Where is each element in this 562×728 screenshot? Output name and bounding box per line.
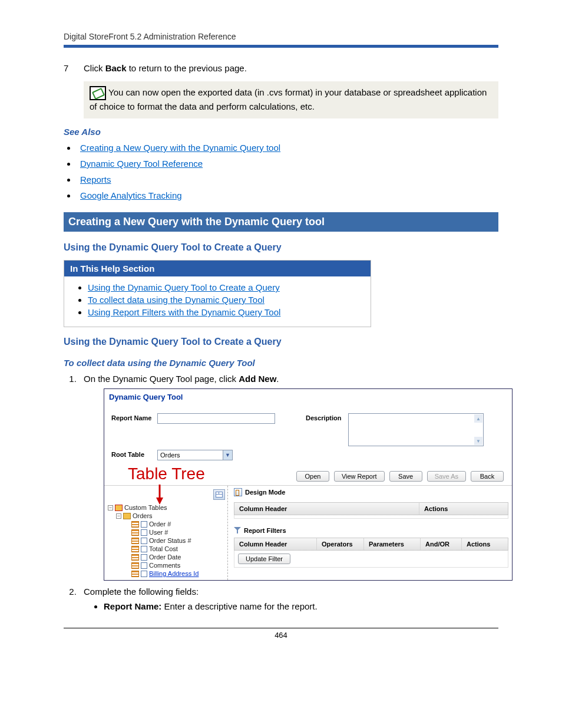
collapse-icon[interactable]: − — [108, 505, 113, 510]
bold-text: Report Name: — [104, 601, 161, 611]
description-textarea[interactable]: ▲ ▼ — [348, 413, 484, 446]
column-header-label: Column Header — [234, 503, 419, 515]
help-section-box: In This Help Section Using the Dynamic Q… — [64, 260, 371, 327]
list-item: On the Dynamic Query Tool page, click Ad… — [79, 374, 498, 581]
checkbox[interactable] — [141, 554, 147, 561]
col-header: And/OR — [421, 538, 462, 550]
doc-header: Digital StoreFront 5.2 Administration Re… — [64, 32, 498, 48]
table-icon — [131, 571, 139, 577]
checkbox[interactable] — [141, 529, 147, 536]
col-header: Operators — [317, 538, 364, 550]
tree-leaf[interactable]: User # — [108, 528, 225, 536]
link[interactable]: Reports — [80, 174, 111, 185]
tree-label: Order # — [149, 521, 171, 528]
text: Complete the following fields: — [84, 587, 199, 597]
chevron-down-icon: ▼ — [223, 450, 232, 460]
step-7: 7 Click Back to return to the previous p… — [64, 63, 498, 73]
tree-leaf[interactable]: Billing Address Id — [108, 569, 225, 578]
scroll-up-icon[interactable]: ▲ — [474, 414, 482, 423]
table-icon — [131, 529, 139, 536]
note-icon — [90, 86, 106, 100]
collapse-icon[interactable]: − — [116, 513, 121, 519]
see-also-heading: See Also — [64, 127, 498, 137]
description-label: Description — [306, 413, 348, 421]
filter-icon — [234, 527, 241, 534]
update-filter-button[interactable]: Update Filter — [238, 554, 290, 564]
table-icon — [131, 538, 139, 544]
folder-icon — [123, 513, 131, 519]
link[interactable]: Dynamic Query Tool Reference — [80, 159, 203, 169]
tree-leaf[interactable]: Order # — [108, 520, 225, 528]
col-header: Actions — [462, 538, 508, 550]
tree-label: Order Date — [149, 554, 181, 561]
tree-label: Comments — [149, 562, 180, 569]
link[interactable]: Using Report Filters with the Dynamic Qu… — [88, 307, 280, 317]
section-banner: Creating a New Query with the Dynamic Qu… — [64, 212, 498, 232]
view-report-button[interactable]: View Report — [334, 471, 385, 482]
help-box-list: Using the Dynamic Query Tool to Create a… — [88, 282, 361, 317]
design-mode-icon[interactable] — [234, 488, 242, 496]
update-filter-row: Update Filter — [234, 551, 508, 568]
subheading: Using the Dynamic Query Tool to Create a… — [64, 337, 498, 347]
col-header: Column Header — [234, 538, 317, 550]
list-item: Reports — [77, 174, 498, 185]
list-item: To collect data using the Dynamic Query … — [88, 295, 361, 305]
svg-rect-3 — [216, 492, 219, 494]
dynamic-query-tool-figure: Dynamic Query Tool Report Name Descripti… — [104, 388, 513, 581]
checkbox[interactable] — [141, 571, 147, 577]
list-item: Using the Dynamic Query Tool to Create a… — [88, 282, 361, 292]
inner-bullets: Report Name: Enter a descriptive name fo… — [104, 601, 498, 611]
tree-root[interactable]: − Custom Tables — [108, 503, 225, 512]
table-icon — [131, 554, 139, 561]
tree-label: Orders — [133, 512, 153, 519]
list-item: Using Report Filters with the Dynamic Qu… — [88, 307, 361, 317]
tree-tool-icon[interactable] — [213, 489, 225, 500]
help-box-header: In This Help Section — [64, 261, 371, 276]
bold-text: Back — [105, 63, 127, 73]
open-button[interactable]: Open — [296, 471, 329, 482]
link[interactable]: Using the Dynamic Query Tool to Create a… — [88, 282, 280, 292]
report-name-label: Report Name — [111, 413, 157, 421]
tree-leaf[interactable]: Comments — [108, 561, 225, 569]
filters-grid-header: Column Header Operators Parameters And/O… — [234, 538, 508, 551]
report-filters-row: Report Filters — [234, 527, 508, 534]
tree-leaf[interactable]: Total Cost — [108, 545, 225, 553]
root-table-label: Root Table — [111, 450, 157, 458]
design-pane: Design Mode Column Header Actions Report… — [228, 486, 512, 580]
report-filters-label: Report Filters — [244, 527, 286, 534]
tree-leaf[interactable]: Order Status # — [108, 536, 225, 545]
checkbox[interactable] — [141, 546, 147, 552]
link[interactable]: To collect data using the Dynamic Query … — [88, 295, 265, 305]
report-name-input[interactable] — [157, 413, 275, 424]
tree-leaf[interactable]: Order Date — [108, 553, 225, 561]
save-button[interactable]: Save — [389, 471, 422, 482]
save-as-button[interactable]: Save As — [427, 471, 466, 482]
table-tree-pane: − Custom Tables − Orders Order # User # … — [104, 486, 228, 580]
note-box: You can now open the exported data (in .… — [84, 81, 498, 118]
link[interactable]: Creating a New Query with the Dynamic Qu… — [80, 143, 280, 153]
back-button[interactable]: Back — [471, 471, 504, 482]
design-mode-row: Design Mode — [234, 488, 508, 496]
procedure-list: On the Dynamic Query Tool page, click Ad… — [79, 374, 498, 611]
scroll-down-icon[interactable]: ▼ — [474, 437, 482, 445]
table-icon — [131, 521, 139, 528]
root-table-select[interactable]: Orders ▼ — [157, 450, 233, 460]
checkbox[interactable] — [141, 538, 147, 544]
see-also-list: Creating a New Query with the Dynamic Qu… — [77, 143, 498, 200]
text: On the Dynamic Query Tool page, click — [84, 374, 239, 384]
actions-label: Actions — [419, 503, 508, 515]
note-text: You can now open the exported data (in .… — [90, 87, 487, 111]
tree-node-orders[interactable]: − Orders — [108, 512, 225, 520]
checkbox[interactable] — [141, 562, 147, 569]
tree-label: Custom Tables — [124, 504, 167, 511]
svg-rect-5 — [216, 495, 222, 497]
bold-text: Add New — [239, 374, 276, 384]
text: . — [276, 374, 279, 384]
link[interactable]: Google Analytics Tracking — [80, 190, 182, 200]
list-item: Dynamic Query Tool Reference — [77, 159, 498, 169]
checkbox[interactable] — [141, 521, 147, 528]
doc-title: Digital StoreFront 5.2 Administration Re… — [64, 32, 236, 41]
list-item: Google Analytics Tracking — [77, 190, 498, 200]
text: Click — [84, 63, 105, 73]
tree-label: User # — [149, 529, 168, 536]
